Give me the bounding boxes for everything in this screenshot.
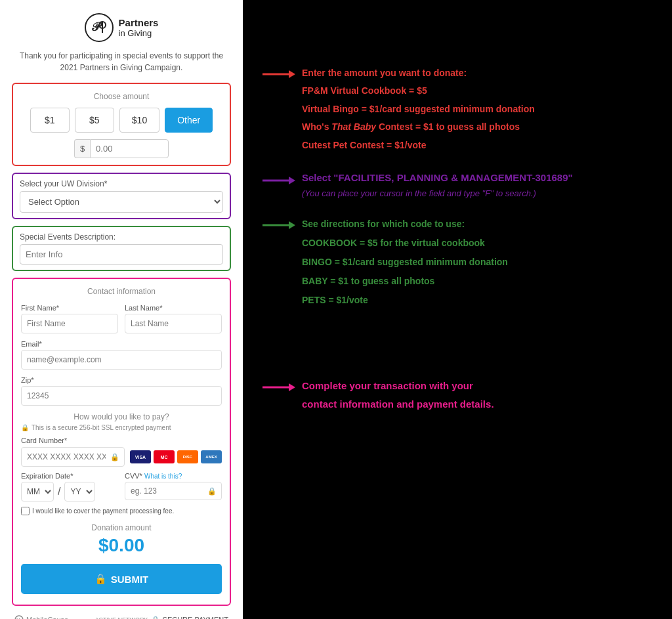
right-panel: Enter the amount you want to donate: FP&… [243,0,672,619]
green-line2: BINGO = $1/card suggested minimum donati… [302,255,508,270]
green-title: See directions for which code to use: [302,217,508,232]
amount-section: Choose amount $1 $5 $10 Other $ [12,83,231,166]
zip-input[interactable] [21,386,222,406]
form-panel: 𝒫 Partners in Giving Thank you for parti… [0,0,243,619]
pink-arrow [262,381,295,393]
green-line1: COOKBOOK = $5 for the virtual cookbook [302,236,508,251]
amount-buttons: $1 $5 $10 Other [20,108,223,133]
visa-icon: VISA [130,450,151,463]
amex-icon: AMEX [201,450,222,463]
pink-text2: contact information and payment details. [302,397,494,412]
red-arrow [262,68,295,80]
last-name-group: Last Name* [125,304,222,333]
green-arrow-icon [262,219,295,231]
red-line1: FP&M Virtual Cookbook = $5 [302,83,535,98]
amount-text-input[interactable] [90,139,169,158]
first-name-group: First Name* [21,304,118,333]
logo-text: Partners in Giving [119,17,159,38]
purple-annotation: Select "FACILITIES, PLANNING & MANAGEMEN… [302,171,573,199]
green-line3: BABY = $1 to guess all photos [302,274,508,289]
email-input[interactable] [21,350,222,370]
card-number-label-text: Card Number* [21,437,222,444]
red-line4: Cutest Pet Contest = $1/vote [302,138,535,152]
amount-btn-1[interactable]: $1 [30,108,70,133]
cvv-group: CVV* What is this? 🔒 [125,472,222,502]
pink-annotation-row: Complete your transaction with your cont… [262,379,652,412]
pink-text1: Complete your transaction with your [302,379,494,394]
name-row: First Name* Last Name* [21,304,222,333]
cvv-label: CVV* What is this? [125,472,222,480]
division-select[interactable]: Select Option FACILITIES, PLANNING & MAN… [20,191,223,213]
exp-selects: MM / YY [21,482,118,502]
svg-marker-13 [289,383,295,391]
red-line2: Virtual Bingo = $1/card suggested minimu… [302,102,535,116]
red-line3: Who's That Baby Contest = $1 to guess al… [302,119,535,134]
events-section: Special Events Description: [12,226,231,271]
last-name-input[interactable] [125,314,222,333]
submit-button[interactable]: 🔒 SUBMIT [21,564,222,594]
first-name-input[interactable] [21,314,118,333]
amount-btn-5[interactable]: $5 [75,108,114,133]
division-label: Select your UW Division* [20,179,223,188]
amount-input-row: $ [20,139,223,158]
cvv-what-is-link[interactable]: What is this? [144,473,182,480]
green-line4: PETS = $1/vote [302,293,508,309]
tagline: Thank you for participating in special e… [12,50,231,74]
card-icons: VISA MC DISC AMEX [130,450,222,463]
ssl-note: 🔒 This is a secure 256-bit SSL encrypted… [21,424,222,431]
processing-fee-checkbox[interactable] [21,507,30,515]
svg-marker-11 [289,221,295,229]
events-label: Special Events Description: [20,232,223,242]
purple-arrow-icon [262,175,295,186]
division-section: Select your UW Division* Select Option F… [12,173,231,219]
exp-label: Expiration Date* [21,472,118,480]
purple-sub: (You can place your cursor in the field … [302,188,573,198]
card-lock-icon: 🔒 [110,453,119,461]
exp-slash: / [56,486,62,498]
red-arrow-icon [262,68,295,80]
zip-label: Zip* [21,376,222,384]
green-arrow [262,219,295,231]
form-footer: M MobileCause ACTIVE NETWORK 🔒 SECURE PA… [12,615,231,619]
logo-icon: 𝒫 [85,13,114,42]
contact-title: Contact information [21,287,222,296]
pink-annotation: Complete your transaction with your cont… [302,379,494,412]
events-input[interactable] [20,244,223,265]
donation-amount-label: Donation amount [21,523,222,532]
secure-payment: ACTIVE NETWORK 🔒 SECURE PAYMENT [95,616,228,620]
cvv-lock-icon: 🔒 [207,487,217,496]
card-number-input[interactable] [21,447,125,467]
first-name-label: First Name* [21,304,118,312]
purple-arrow [262,175,295,186]
submit-label: SUBMIT [111,574,149,585]
processing-fee: I would like to cover the payment proces… [21,507,222,515]
secure-icon: 🔒 [151,616,160,620]
payment-label: How would you like to pay? [21,412,222,421]
red-annotation-row: Enter the amount you want to donate: FP&… [262,66,652,152]
exp-month-select[interactable]: MM [21,482,54,502]
donation-amount-value: $0.00 [21,535,222,556]
card-row: 🔒 VISA MC DISC AMEX [21,447,222,467]
card-input-wrap: 🔒 [21,447,125,467]
svg-marker-9 [289,177,295,184]
mastercard-icon: MC [154,450,175,463]
purple-main: Select "FACILITIES, PLANNING & MANAGEMEN… [302,171,573,186]
dollar-prefix: $ [74,139,90,158]
logo-area: 𝒫 Partners in Giving [85,13,159,42]
green-annotation: See directions for which code to use: CO… [302,217,508,308]
amount-label: Choose amount [20,92,223,101]
pink-arrow-icon [262,381,295,393]
purple-annotation-row: Select "FACILITIES, PLANNING & MANAGEMEN… [262,171,652,199]
last-name-label: Last Name* [125,304,222,312]
amount-btn-other[interactable]: Other [165,108,213,133]
active-network-text: ACTIVE NETWORK [95,616,148,619]
green-annotation-row: See directions for which code to use: CO… [262,217,652,308]
cvv-input-wrap: 🔒 [125,482,222,500]
discover-icon: DISC [177,450,198,463]
exp-year-select[interactable]: YY [64,482,95,502]
amount-btn-10[interactable]: $10 [119,108,159,133]
svg-marker-7 [289,70,295,78]
zip-group: Zip* [21,376,222,406]
email-label: Email* [21,340,222,348]
exp-cvv-row: Expiration Date* MM / YY CVV* What is th… [21,472,222,502]
